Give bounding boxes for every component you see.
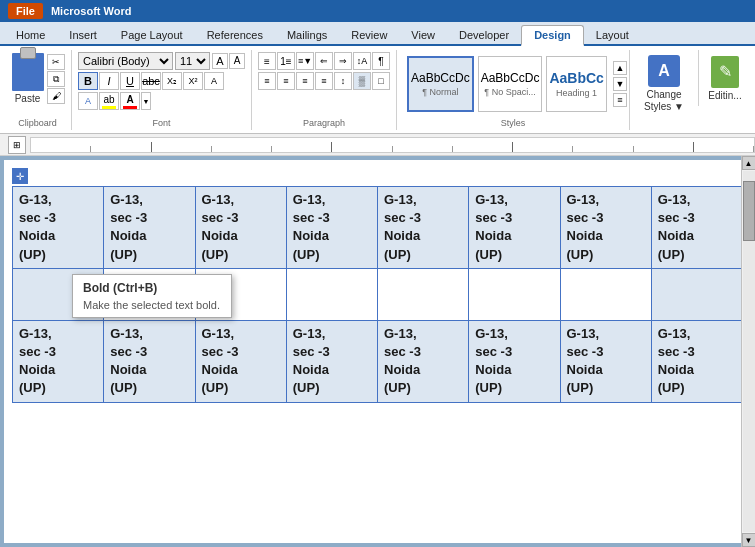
table-cell[interactable]: G-13,sec -3Noida(UP) [651,187,742,269]
tooltip-title: Bold (Ctrl+B) [83,281,221,295]
table-cell[interactable]: G-13,sec -3Noida(UP) [104,320,195,402]
ruler-mark [152,146,212,152]
line-spacing-button[interactable]: ↕ [334,72,352,90]
font-color-button[interactable]: A [120,92,140,110]
ruler-mark [694,146,754,152]
bullets-button[interactable]: ≡ [258,52,276,70]
format-painter-button[interactable]: 🖌 [47,88,65,104]
editing-area: ✎ Editin... [698,50,751,106]
change-styles-button[interactable]: A ChangeStyles ▼ [634,52,694,116]
table-cell-empty[interactable] [651,268,742,320]
paste-button[interactable]: Paste [10,52,45,104]
table-cell[interactable]: G-13,sec -3Noida(UP) [195,320,286,402]
cell-text: G-13,sec -3Noida(UP) [293,192,330,262]
font-size-select[interactable]: 11 [175,52,210,70]
tab-home[interactable]: Home [4,26,57,44]
document-content[interactable]: ✛ G-13,sec -3Noida(UP) G-13,sec -3Noida(… [4,160,751,543]
decrease-indent-button[interactable]: ⇐ [315,52,333,70]
tab-layout[interactable]: Layout [584,26,641,44]
shrink-font-button[interactable]: A [229,53,245,69]
table-move-handle[interactable]: ✛ [12,168,28,184]
style-heading1[interactable]: AaBbCc Heading 1 [546,56,606,112]
shading-button[interactable]: ▒ [353,72,371,90]
tab-insert[interactable]: Insert [57,26,109,44]
table-cell-empty[interactable] [469,268,560,320]
paragraph-group: ≡ 1≡ ≡▼ ⇐ ⇒ ↕A ¶ ≡ ≡ ≡ ≡ ↕ ▒ □ Paragraph [252,50,397,130]
style-normal[interactable]: AaBbCcDc ¶ Normal [407,56,474,112]
clear-format-button[interactable]: A [204,72,224,90]
tab-view[interactable]: View [399,26,447,44]
tab-references[interactable]: References [195,26,275,44]
align-right-button[interactable]: ≡ [296,72,314,90]
table-cell[interactable]: G-13,sec -3Noida(UP) [13,187,104,269]
increase-indent-button[interactable]: ⇒ [334,52,352,70]
styles-row: AaBbCcDc ¶ Normal AaBbCcDc ¶ No Spaci...… [403,52,623,116]
cut-button[interactable]: ✂ [47,54,65,70]
table-cell-empty[interactable] [286,268,377,320]
copy-button[interactable]: ⧉ [47,71,65,87]
tab-review[interactable]: Review [339,26,399,44]
table-cell[interactable]: G-13,sec -3Noida(UP) [104,187,195,269]
document-area[interactable]: Bold (Ctrl+B) Make the selected text bol… [0,156,755,547]
style-heading1-preview: AaBbCc [549,70,603,86]
styles-scroll-up[interactable]: ▲ [613,61,627,75]
clipboard-small-buttons: ✂ ⧉ 🖌 [47,54,65,105]
align-left-button[interactable]: ≡ [258,72,276,90]
ruler-mark [272,142,332,152]
cell-text: G-13,sec -3Noida(UP) [658,326,695,396]
table-cell[interactable]: G-13,sec -3Noida(UP) [286,187,377,269]
scroll-up-button[interactable]: ▲ [742,156,756,170]
highlight-color-button[interactable]: ab [99,92,119,110]
table-cell[interactable]: G-13,sec -3Noida(UP) [469,187,560,269]
editing-button[interactable]: ✎ Editin... [703,52,747,104]
table-cell[interactable]: G-13,sec -3Noida(UP) [195,187,286,269]
tab-design[interactable]: Design [521,25,584,46]
italic-button[interactable]: I [99,72,119,90]
cell-text: G-13,sec -3Noida(UP) [202,326,239,396]
cell-text: G-13,sec -3Noida(UP) [110,192,147,262]
table-cell[interactable]: G-13,sec -3Noida(UP) [651,320,742,402]
table-cell[interactable]: G-13,sec -3Noida(UP) [378,187,469,269]
sort-button[interactable]: ↕A [353,52,371,70]
tab-developer[interactable]: Developer [447,26,521,44]
grow-font-button[interactable]: A [212,53,228,69]
borders-button[interactable]: □ [372,72,390,90]
numbering-button[interactable]: 1≡ [277,52,295,70]
tab-mailings[interactable]: Mailings [275,26,339,44]
table-cell-empty[interactable] [560,268,651,320]
strikethrough-button[interactable]: abc [141,72,161,90]
text-effects-button[interactable]: A [78,92,98,110]
styles-more[interactable]: ≡ [613,93,627,107]
scroll-down-button[interactable]: ▼ [742,533,756,547]
multilevel-list-button[interactable]: ≡▼ [296,52,314,70]
ruler-mark [453,142,513,152]
vertical-scrollbar[interactable]: ▲ ▼ [741,156,755,547]
justify-button[interactable]: ≡ [315,72,333,90]
style-no-spacing[interactable]: AaBbCcDc ¶ No Spaci... [478,56,543,112]
clipboard-group: Paste ✂ ⧉ 🖌 Clipboard [4,50,72,130]
subscript-button[interactable]: X₂ [162,72,182,90]
font-color-dropdown[interactable]: ▼ [141,92,151,110]
underline-button[interactable]: U [120,72,140,90]
align-center-button[interactable]: ≡ [277,72,295,90]
ruler-toggle-button[interactable]: ⊞ [8,136,26,154]
show-formatting-button[interactable]: ¶ [372,52,390,70]
table-cell[interactable]: G-13,sec -3Noida(UP) [560,320,651,402]
superscript-button[interactable]: X² [183,72,203,90]
style-normal-preview: AaBbCcDc [411,71,470,85]
scroll-thumb[interactable] [743,181,755,241]
tab-page-layout[interactable]: Page Layout [109,26,195,44]
cell-text: G-13,sec -3Noida(UP) [19,192,56,262]
table-cell-empty[interactable] [378,268,469,320]
font-name-select[interactable]: Calibri (Body) [78,52,173,70]
ruler-mark [212,146,272,152]
file-tab[interactable]: File [8,3,43,19]
bold-button[interactable]: B [78,72,98,90]
table-cell[interactable]: G-13,sec -3Noida(UP) [378,320,469,402]
styles-scroll-down[interactable]: ▼ [613,77,627,91]
table-cell[interactable]: G-13,sec -3Noida(UP) [13,320,104,402]
table-cell[interactable]: G-13,sec -3Noida(UP) [286,320,377,402]
table-cell[interactable]: G-13,sec -3Noida(UP) [469,320,560,402]
table-cell[interactable]: G-13,sec -3Noida(UP) [560,187,651,269]
tooltip-description: Make the selected text bold. [83,299,221,311]
